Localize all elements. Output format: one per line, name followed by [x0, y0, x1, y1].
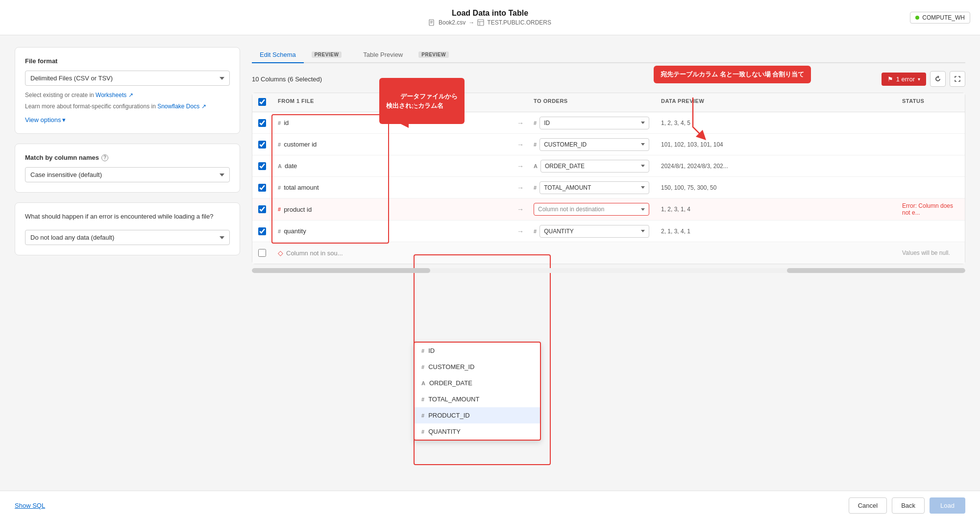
error-handling-select[interactable]: Do not load any data (default) Skip file… [25, 230, 230, 245]
subtitle-table: TEST.PUBLIC.ORDERS [487, 19, 551, 26]
row-4-from: # total amount [272, 180, 513, 195]
worksheets-link[interactable]: Worksheets ↗ [96, 92, 133, 99]
subtitle-file: Book2.csv [439, 19, 466, 26]
refresh-button[interactable] [930, 71, 946, 87]
table-row: # quantity → # ID CUSTOMER_ID ORDER_DATE… [252, 221, 965, 242]
row-7-from: ◇ Column not in sou... [272, 245, 513, 261]
row-4-status [896, 184, 965, 192]
view-options-toggle[interactable]: View options ▾ [25, 116, 230, 124]
file-format-card: File format Delimited Files (CSV or TSV)… [15, 47, 240, 134]
row-4-from-name: total amount [284, 184, 319, 191]
dropdown-item-quantity[interactable]: # QUANTITY [415, 423, 540, 440]
row-6-dest-select[interactable]: ID CUSTOMER_ID ORDER_DATE TOTAL_AMOUNT P… [539, 225, 649, 238]
file-format-select[interactable]: Delimited Files (CSV or TSV) JSON Parque… [25, 71, 230, 86]
cancel-button[interactable]: Cancel [849, 497, 887, 514]
refresh-icon [934, 75, 941, 82]
row-7-preview [655, 249, 896, 257]
row-1-checkbox[interactable] [258, 119, 266, 127]
row-4-checkbox-cell [252, 184, 272, 192]
dropdown-item-id[interactable]: # ID [415, 343, 540, 359]
dropdown-item-id-label: ID [428, 347, 435, 354]
row-2-checkbox[interactable] [258, 141, 266, 149]
row-5-preview: 1, 2, 3, 1, 4 [655, 202, 896, 217]
match-column-card: Match by column names ? Case insensitive… [15, 144, 240, 193]
svg-rect-0 [429, 20, 434, 25]
row-5-checkbox-cell [252, 205, 272, 213]
error-icon: ⚑ [887, 75, 893, 83]
snowflake-docs-link[interactable]: Snowflake Docs ↗ [157, 103, 206, 110]
schema-area: FROM 1 FILE TO ORDERS DATA PREVIEW STATU… [252, 93, 965, 273]
row-7-checkbox-cell [252, 249, 272, 257]
row-1-dest-select[interactable]: ID CUSTOMER_ID ORDER_DATE TOTAL_AMOUNT P… [539, 117, 649, 129]
row-2-status [896, 141, 965, 149]
toolbar-row: 10 Columns (6 Selected) ⚑ 1 error ▾ [252, 71, 965, 87]
row-7-status: Values will be null. [896, 246, 965, 260]
row-2-checkbox-cell [252, 141, 272, 149]
row-2-to-cell: # ID CUSTOMER_ID ORDER_DATE TOTAL_AMOUNT… [528, 134, 655, 155]
row-1-from-name: id [284, 119, 289, 126]
dropdown-item-total-amount[interactable]: # TOTAL_AMOUNT [415, 391, 540, 407]
dropdown-item-product-id[interactable]: # PRODUCT_ID [415, 407, 540, 423]
th-arrow [513, 93, 528, 112]
load-button[interactable]: Load [930, 497, 965, 514]
tab-table-preview[interactable]: Table Preview [355, 47, 411, 63]
table-header: FROM 1 FILE TO ORDERS DATA PREVIEW STATU… [252, 93, 965, 112]
row-4-dest-select[interactable]: ID CUSTOMER_ID ORDER_DATE TOTAL_AMOUNT P… [539, 181, 649, 194]
row-3-checkbox[interactable] [258, 162, 266, 170]
row-5-status: Error: Column does not e... [896, 198, 965, 220]
compute-label: COMPUTE_WH [922, 14, 965, 21]
right-panel: Edit Schema PREVIEW Table Preview PREVIE… [252, 47, 965, 508]
row-4-checkbox[interactable] [258, 184, 266, 192]
scrollbar-thumb-right [787, 268, 965, 273]
page-title: Load Data into Table [429, 9, 551, 18]
row-7-error-icon: ◇ [278, 249, 283, 257]
row-7-checkbox[interactable] [258, 249, 266, 257]
destination-dropdown: # ID # CUSTOMER_ID A ORDER_DATE # TOTAL_… [414, 342, 541, 441]
row-6-checkbox[interactable] [258, 227, 266, 235]
match-column-select[interactable]: Case insensitive (default) Case sensitiv… [25, 167, 230, 182]
row-3-dest-select[interactable]: ID CUSTOMER_ID ORDER_DATE TOTAL_AMOUNT P… [540, 160, 649, 173]
row-2-dest-select[interactable]: ID CUSTOMER_ID ORDER_DATE TOTAL_AMOUNT P… [539, 138, 649, 151]
tab-edit-schema[interactable]: Edit Schema [252, 47, 304, 63]
svg-rect-4 [478, 20, 484, 25]
row-5-checkbox[interactable] [258, 205, 266, 213]
dropdown-item-cid-type: # [421, 364, 424, 370]
row-4-to-type: # [534, 185, 537, 191]
tab-preview-badge2[interactable]: PREVIEW [411, 48, 457, 63]
dropdown-item-id-type: # [421, 348, 424, 354]
help-text1: Select existing or create in [25, 92, 96, 99]
show-sql-link[interactable]: Show SQL [15, 502, 45, 509]
select-all-checkbox[interactable] [258, 98, 266, 106]
dropdown-item-order-date[interactable]: A ORDER_DATE [415, 375, 540, 391]
expand-button[interactable] [950, 71, 965, 87]
row-5-to-cell: Column not in destination ID CUSTOMER_ID… [528, 199, 655, 220]
row-1-type-icon: # [278, 120, 281, 126]
table-row: ◇ Column not in sou... Values will be nu… [252, 242, 965, 264]
row-2-arrow: → [513, 141, 528, 149]
row-6-type-icon: # [278, 228, 281, 234]
row-4-arrow: → [513, 184, 528, 192]
bottom-buttons: Cancel Back Load [849, 497, 965, 514]
dropdown-item-cid-label: CUSTOMER_ID [428, 363, 474, 371]
error-handling-card: What should happen if an error is encoun… [15, 202, 240, 255]
horizontal-scrollbar[interactable] [252, 268, 965, 273]
th-from-file: FROM 1 FILE [272, 93, 513, 112]
back-button[interactable]: Back [892, 497, 925, 514]
error-btn-chevron: ▾ [918, 76, 920, 82]
dropdown-item-od-type: A [421, 380, 425, 386]
row-5-dest-select[interactable]: Column not in destination ID CUSTOMER_ID… [534, 203, 649, 216]
row-3-checkbox-cell [252, 162, 272, 170]
row-6-status [896, 227, 965, 235]
row-1-arrow: → [513, 119, 528, 127]
dropdown-item-pid-type: # [421, 413, 424, 419]
table-row: # id → # ID CUSTOMER_ID ORDER_DATE TOTAL… [252, 112, 965, 134]
main-container: File format Delimited Files (CSV or TSV)… [0, 35, 980, 520]
dropdown-item-customer-id[interactable]: # CUSTOMER_ID [415, 359, 540, 375]
bottom-bar: Show SQL Cancel Back Load [0, 491, 980, 520]
table-body: # id → # ID CUSTOMER_ID ORDER_DATE TOTAL… [252, 112, 965, 264]
error-button[interactable]: ⚑ 1 error ▾ [882, 73, 926, 86]
header-subtitle: Book2.csv → TEST.PUBLIC.ORDERS [429, 19, 551, 26]
row-5-from-name: product id [284, 206, 312, 213]
match-column-label: Match by column names ? [25, 154, 230, 161]
tab-preview-badge1[interactable]: PREVIEW [304, 48, 350, 63]
